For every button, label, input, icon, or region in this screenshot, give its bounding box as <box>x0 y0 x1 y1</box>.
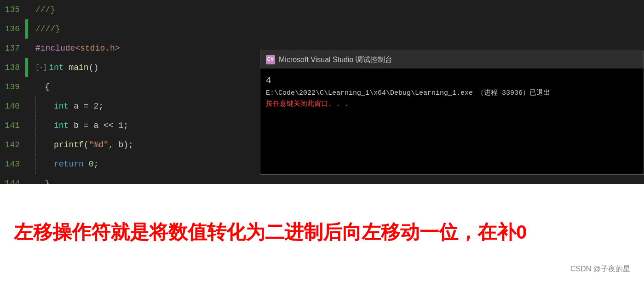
collapse-icon-138[interactable]: [-] <box>35 64 47 71</box>
code-content-142: printf ( "%d" , b); <box>28 135 133 155</box>
code-line-140: 140 int a = 2 ; <box>0 97 258 116</box>
semi-143: ; <box>93 160 98 169</box>
code-editor: 135 ///} 136 ////} 137 #include<stdio.h>… <box>0 0 258 193</box>
return-zero: 0 <box>89 160 94 169</box>
code-content-136: ////} <box>28 24 60 34</box>
bottom-area: 左移操作符就是将数值转化为二进制后向左移动一位，在补0 CSDN @子夜的星 <box>0 184 644 281</box>
code-line-137: 137 #include<stdio.h> <box>0 39 258 58</box>
num-1: 1 <box>118 121 123 130</box>
watermark: CSDN @子夜的星 <box>570 264 630 274</box>
console-output: 4 E:\Code\2022\C\Learning_1\x64\Debug\Le… <box>266 73 638 110</box>
output-path: E:\Code\2022\C\Learning_1\x64\Debug\Lear… <box>266 88 638 99</box>
line-number-142: 142 <box>0 140 25 149</box>
code-content-139: { <box>28 82 50 92</box>
line-number-143: 143 <box>0 160 25 169</box>
output-number: 4 <box>266 73 638 88</box>
console-titlebar: C# Microsoft Visual Studio 调试控制台 <box>260 51 644 69</box>
line-number-140: 140 <box>0 102 25 111</box>
line-number-138: 138 <box>0 63 25 72</box>
line-number-141: 141 <box>0 121 25 130</box>
code-line-136: 136 ////} <box>0 19 258 39</box>
code-content-137: #include<stdio.h> <box>28 44 120 53</box>
parens-138: () <box>89 63 99 72</box>
func-main: main <box>69 63 88 72</box>
output-path-text: E:\Code\2022\C\Learning_1\x64\Debug\Lear… <box>266 89 550 97</box>
func-printf: printf <box>54 140 84 149</box>
brace-open: { <box>45 82 50 92</box>
space-138 <box>64 63 69 72</box>
code-line-139: 139 { <box>0 77 258 97</box>
line-number-139: 139 <box>0 82 25 92</box>
code-content-141: int b = a << 1 ; <box>28 116 128 135</box>
code-content-135: ///} <box>28 5 55 14</box>
code-line-141: 141 int b = a << 1 ; <box>0 116 258 135</box>
num-2: 2 <box>93 102 98 111</box>
keyword-int-141: int <box>54 121 69 130</box>
semi-141: ; <box>123 121 128 130</box>
code-line-135: 135 ///} <box>0 0 258 19</box>
code-text-136: ////} <box>35 24 60 34</box>
return-space <box>84 160 89 169</box>
console-window: C# Microsoft Visual Studio 调试控制台 4 E:\Co… <box>260 51 644 175</box>
console-app-icon: C# <box>266 55 275 64</box>
include-file: <stdio.h> <box>75 44 120 53</box>
console-icon-text: C# <box>267 57 274 63</box>
string-format: "%d" <box>89 140 109 149</box>
line-number-135: 135 <box>0 5 25 14</box>
keyword-int-140: int <box>54 102 69 111</box>
var-a: a = <box>69 102 93 111</box>
console-body: 4 E:\Code\2022\C\Learning_1\x64\Debug\Le… <box>260 69 644 174</box>
code-text-135: ///} <box>35 5 55 14</box>
code-line-142: 142 printf ( "%d" , b); <box>0 135 258 155</box>
keyword-return: return <box>54 160 84 169</box>
printf-args: , b); <box>109 140 133 149</box>
code-line-143: 143 return 0 ; <box>0 155 258 174</box>
paren-open-142: ( <box>84 140 89 149</box>
main-explanation-text: 左移操作符就是将数值转化为二进制后向左移动一位，在补0 <box>14 220 630 245</box>
code-content-140: int a = 2 ; <box>28 97 104 116</box>
line-number-137: 137 <box>0 44 25 53</box>
line-number-136: 136 <box>0 24 25 34</box>
var-b: b = a << <box>69 121 118 130</box>
output-prompt: 按任意键关闭此窗口. . . <box>266 99 638 110</box>
code-line-138: 138 [-] int main () <box>0 58 258 77</box>
keyword-int-138: int <box>49 63 63 72</box>
code-content-138: [-] int main () <box>28 63 98 72</box>
include-keyword: #include <box>35 44 75 53</box>
code-content-143: return 0 ; <box>28 155 98 174</box>
console-title: Microsoft Visual Studio 调试控制台 <box>279 55 392 65</box>
semi-140: ; <box>98 102 104 111</box>
